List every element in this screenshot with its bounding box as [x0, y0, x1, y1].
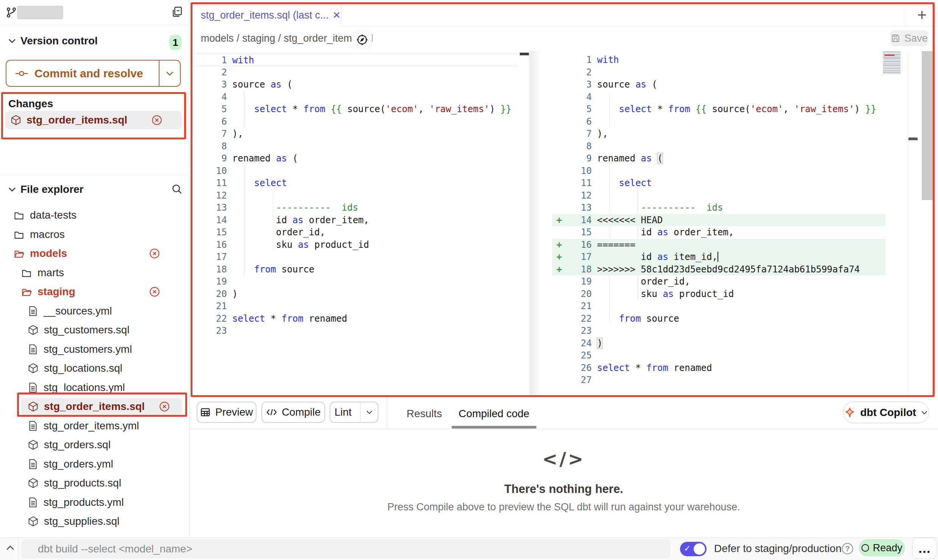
defer-toggle[interactable]: ✓ — [680, 542, 707, 556]
code-brackets-icon: </> — [189, 448, 938, 469]
code-line-10: 10 — [552, 165, 886, 177]
commit-and-resolve-button[interactable]: Commit and resolve — [6, 60, 181, 87]
code-line-6: 6 — [194, 116, 519, 128]
dbt-ide-app: Version control 1 Commit and resolve Cha… — [0, 0, 938, 560]
lineage-button[interactable] — [352, 30, 372, 50]
changed-file-name: stg_order_items.sql — [27, 114, 127, 126]
table-icon — [200, 407, 211, 418]
tab-compiled-code[interactable]: Compiled code — [452, 408, 536, 420]
line-number: 10 — [194, 165, 227, 177]
status-circle-icon — [861, 544, 869, 552]
line-number: 26 — [566, 362, 592, 374]
tab-close-icon[interactable]: ✕ — [333, 9, 341, 21]
discard-change-icon[interactable] — [149, 286, 160, 297]
line-number: 1 — [566, 54, 592, 66]
editor-pane-current[interactable]: 1with23source as (45 select * from {{ so… — [552, 54, 886, 386]
search-icon[interactable] — [171, 183, 183, 195]
file-explorer-label: File explorer — [20, 183, 84, 196]
diff-gutter — [552, 152, 566, 165]
file-item-stg_order_items.yml[interactable]: stg_order_items.yml — [0, 416, 189, 436]
editor-pane-last-commit[interactable]: 1with23source as (45 select * from {{ so… — [194, 54, 519, 337]
line-number: 7 — [566, 128, 592, 140]
file-item-models[interactable]: models — [0, 244, 189, 263]
code-line-3: 3source as ( — [552, 78, 886, 91]
tab-results[interactable]: Results — [402, 408, 447, 420]
dbt-copilot-button[interactable]: dbt Copilot — [843, 402, 929, 423]
line-number: 20 — [566, 288, 592, 300]
code-line-4: 4 — [552, 91, 886, 103]
copy-files-icon[interactable] — [171, 5, 183, 18]
code-line-8: 8 — [194, 140, 519, 153]
minimap[interactable] — [883, 52, 900, 74]
more-options-button[interactable]: … — [912, 538, 936, 559]
new-tab-button[interactable]: + — [905, 4, 938, 26]
file-item-stg_customers.yml[interactable]: stg_customers.yml — [0, 340, 189, 359]
file-item-stg_supplies.sql[interactable]: stg_supplies.sql — [0, 512, 189, 531]
code-line-21: 21 — [194, 300, 519, 313]
save-button[interactable]: Save — [890, 30, 928, 46]
empty-state-subtitle: Press Compile above to preview the SQL d… — [189, 501, 938, 513]
chevron-down-icon — [8, 186, 17, 192]
sidebar-header — [0, 0, 189, 25]
diff-gutter — [552, 337, 566, 350]
lint-dropdown-button[interactable] — [360, 402, 378, 422]
line-number: 17 — [194, 251, 227, 263]
line-number: 12 — [194, 189, 227, 202]
discard-change-icon[interactable] — [149, 248, 160, 259]
save-label: Save — [904, 33, 928, 44]
discard-change-icon[interactable] — [159, 401, 170, 412]
file-item-macros[interactable]: macros — [0, 225, 189, 244]
line-number: 7 — [194, 128, 227, 140]
file-item-__sources.yml[interactable]: __sources.yml — [0, 302, 189, 321]
file-item-stg_orders.yml[interactable]: stg_orders.yml — [0, 455, 189, 474]
tab-stg-order-items[interactable]: stg_order_items.sql (last c... ✕ — [192, 4, 341, 27]
file-item-marts[interactable]: marts — [0, 263, 189, 283]
diff-gutter — [552, 374, 566, 386]
help-icon[interactable]: ? — [842, 543, 853, 554]
line-number: 21 — [566, 300, 592, 313]
file-item-stg_locations.yml[interactable]: stg_locations.yml — [0, 378, 189, 397]
file-item-stg_products.sql[interactable]: stg_products.sql — [0, 474, 189, 493]
changed-file-item[interactable]: stg_order_items.sql — [5, 111, 182, 129]
file-item-stg_orders.sql[interactable]: stg_orders.sql — [0, 435, 189, 455]
diff-gutter — [552, 313, 566, 325]
doc-icon — [28, 344, 38, 355]
file-item-stg_locations.sql[interactable]: stg_locations.sql — [0, 359, 189, 378]
lint-button[interactable]: Lint — [330, 402, 378, 423]
code-line-2: 2 — [552, 66, 886, 79]
editor-scrollbar[interactable] — [922, 51, 935, 200]
code-line-10: 10 — [194, 165, 519, 177]
diff-gutter — [552, 116, 566, 128]
file-item-staging[interactable]: staging — [0, 282, 189, 302]
chevron-up-icon[interactable] — [5, 544, 15, 551]
code-line-14: 14 id as order_item, — [194, 214, 519, 227]
diff-gutter — [552, 103, 566, 116]
discard-change-icon[interactable] — [152, 115, 162, 125]
preview-button[interactable]: Preview — [197, 402, 256, 423]
file-item-stg_order_items.sql[interactable]: stg_order_items.sql — [21, 398, 182, 416]
diff-gutter — [552, 91, 566, 103]
line-number: 6 — [194, 116, 227, 128]
editor-tab-bar: stg_order_items.sql (last c... ✕ + — [189, 0, 938, 27]
file-explorer-section-header[interactable]: File explorer — [0, 183, 189, 196]
version-control-section-header[interactable]: Version control 1 — [0, 35, 189, 50]
command-input[interactable] — [21, 540, 671, 558]
diff-gutter — [552, 288, 566, 300]
line-number: 9 — [566, 152, 592, 165]
file-item-data-tests[interactable]: data-tests — [0, 206, 189, 225]
file-name: stg_order_items.sql — [44, 400, 145, 413]
file-item-stg_customers.sql[interactable]: stg_customers.sql — [0, 321, 189, 340]
statusbar-divider — [18, 538, 18, 560]
line-number: 14 — [194, 214, 227, 227]
git-branch-icon[interactable] — [6, 6, 17, 19]
changes-label: Changes — [8, 98, 53, 110]
version-control-label: Version control — [20, 35, 98, 47]
file-item-stg_products.yml[interactable]: stg_products.yml — [0, 493, 189, 512]
line-number: 19 — [194, 275, 227, 288]
compile-button[interactable]: Compile — [261, 402, 325, 423]
code-line-24: 24) — [552, 337, 886, 350]
tab-title: stg_order_items.sql (last c... — [201, 9, 329, 21]
merge-editor[interactable]: 1with23source as (45 select * from {{ so… — [189, 51, 938, 397]
code-line-7: 7), — [194, 128, 519, 140]
commit-dropdown-button[interactable] — [159, 61, 180, 86]
